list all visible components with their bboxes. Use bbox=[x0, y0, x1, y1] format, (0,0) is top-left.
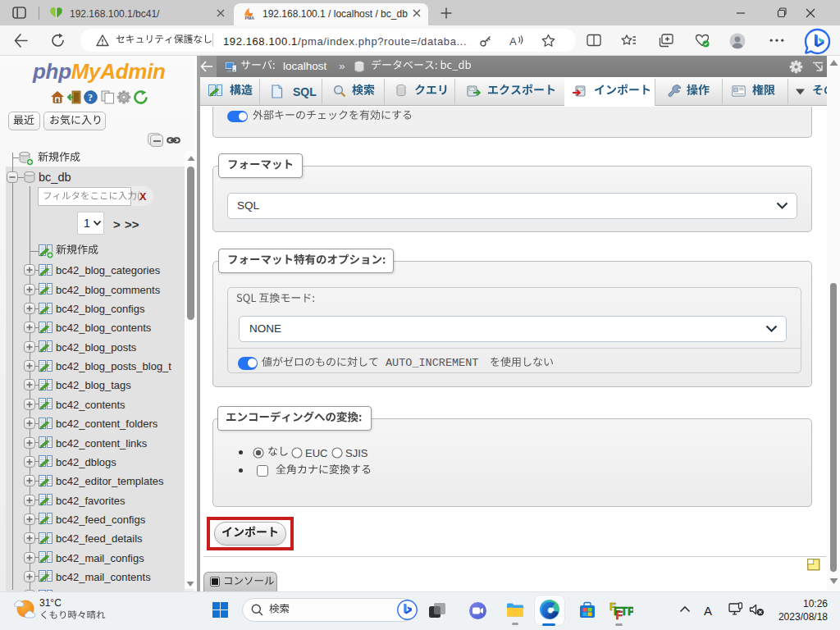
svg-text:PMA: PMA bbox=[245, 16, 255, 21]
svg-text:F: F bbox=[616, 609, 623, 621]
svg-text:?: ? bbox=[88, 92, 93, 103]
svg-text:A: A bbox=[509, 35, 517, 48]
